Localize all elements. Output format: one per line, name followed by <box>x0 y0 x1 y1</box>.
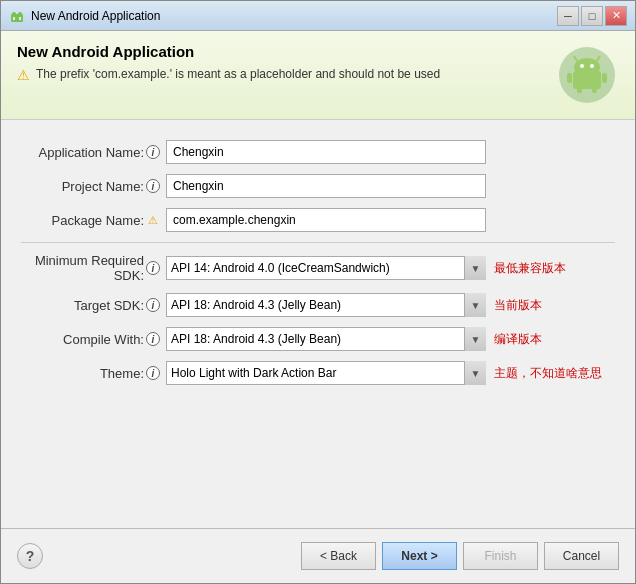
compile-with-info-icon[interactable]: i <box>146 332 160 346</box>
warning-icon: ⚠ <box>17 67 30 83</box>
min-sdk-label: Minimum Required SDK: i <box>21 253 166 283</box>
footer-left: ? <box>17 543 301 569</box>
svg-point-11 <box>574 58 600 76</box>
min-sdk-info-icon[interactable]: i <box>146 261 160 275</box>
theme-select-wrapper: Holo Light with Dark Action Bar ▼ <box>166 361 486 385</box>
svg-rect-7 <box>567 73 572 83</box>
theme-annotation: 主题，不知道啥意思 <box>494 365 602 382</box>
project-name-info-icon[interactable]: i <box>146 179 160 193</box>
cancel-button[interactable]: Cancel <box>544 542 619 570</box>
header-left: New Android Application ⚠ The prefix 'co… <box>17 43 545 83</box>
application-name-input[interactable] <box>166 140 486 164</box>
dialog-header: New Android Application ⚠ The prefix 'co… <box>1 31 635 120</box>
window-icon <box>9 8 25 24</box>
dialog-footer: ? < Back Next > Finish Cancel <box>1 528 635 583</box>
target-sdk-select[interactable]: API 18: Android 4.3 (Jelly Bean) <box>166 293 486 317</box>
package-name-input[interactable] <box>166 208 486 232</box>
svg-point-13 <box>590 64 594 68</box>
window-title: New Android Application <box>31 9 557 23</box>
svg-point-2 <box>18 12 22 16</box>
application-name-info-icon[interactable]: i <box>146 145 160 159</box>
package-name-warn-icon: ⚠ <box>146 213 160 227</box>
compile-with-group: Compile With: i API 18: Android 4.3 (Jel… <box>21 327 615 351</box>
android-logo <box>555 43 619 107</box>
theme-info-icon[interactable]: i <box>146 366 160 380</box>
svg-rect-9 <box>577 83 582 93</box>
maximize-button[interactable]: □ <box>581 6 603 26</box>
svg-point-1 <box>12 12 16 16</box>
compile-with-label: Compile With: i <box>21 332 166 347</box>
package-name-label: Package Name: ⚠ <box>21 213 166 228</box>
close-button[interactable]: ✕ <box>605 6 627 26</box>
dialog-content: New Android Application ⚠ The prefix 'co… <box>1 31 635 583</box>
finish-button[interactable]: Finish <box>463 542 538 570</box>
svg-rect-10 <box>592 83 597 93</box>
package-name-group: Package Name: ⚠ <box>21 208 615 232</box>
compile-with-annotation: 编译版本 <box>494 331 542 348</box>
target-sdk-info-icon[interactable]: i <box>146 298 160 312</box>
project-name-group: Project Name: i <box>21 174 615 198</box>
svg-rect-8 <box>602 73 607 83</box>
back-button[interactable]: < Back <box>301 542 376 570</box>
separator-1 <box>21 242 615 243</box>
title-bar: New Android Application ─ □ ✕ <box>1 1 635 31</box>
target-sdk-annotation: 当前版本 <box>494 297 542 314</box>
form-section: Application Name: i Project Name: i Pack… <box>1 120 635 528</box>
min-sdk-group: Minimum Required SDK: i API 14: Android … <box>21 253 615 283</box>
application-name-group: Application Name: i <box>21 140 615 164</box>
compile-with-select[interactable]: API 18: Android 4.3 (Jelly Bean) <box>166 327 486 351</box>
warning-row: ⚠ The prefix 'com.example.' is meant as … <box>17 66 545 83</box>
main-window: New Android Application ─ □ ✕ New Androi… <box>0 0 636 584</box>
dialog-title: New Android Application <box>17 43 545 60</box>
footer-buttons: < Back Next > Finish Cancel <box>301 542 619 570</box>
min-sdk-annotation: 最低兼容版本 <box>494 260 566 277</box>
min-sdk-select[interactable]: API 14: Android 4.0 (IceCreamSandwich) <box>166 256 486 280</box>
theme-label: Theme: i <box>21 366 166 381</box>
next-button[interactable]: Next > <box>382 542 457 570</box>
window-controls: ─ □ ✕ <box>557 6 627 26</box>
target-sdk-group: Target SDK: i API 18: Android 4.3 (Jelly… <box>21 293 615 317</box>
min-sdk-select-wrapper: API 14: Android 4.0 (IceCreamSandwich) ▼ <box>166 256 486 280</box>
project-name-input[interactable] <box>166 174 486 198</box>
target-sdk-select-wrapper: API 18: Android 4.3 (Jelly Bean) ▼ <box>166 293 486 317</box>
warning-message: The prefix 'com.example.' is meant as a … <box>36 66 440 83</box>
svg-point-12 <box>580 64 584 68</box>
project-name-label: Project Name: i <box>21 179 166 194</box>
target-sdk-label: Target SDK: i <box>21 298 166 313</box>
theme-select[interactable]: Holo Light with Dark Action Bar <box>166 361 486 385</box>
theme-group: Theme: i Holo Light with Dark Action Bar… <box>21 361 615 385</box>
help-button[interactable]: ? <box>17 543 43 569</box>
minimize-button[interactable]: ─ <box>557 6 579 26</box>
compile-with-select-wrapper: API 18: Android 4.3 (Jelly Bean) ▼ <box>166 327 486 351</box>
application-name-label: Application Name: i <box>21 145 166 160</box>
